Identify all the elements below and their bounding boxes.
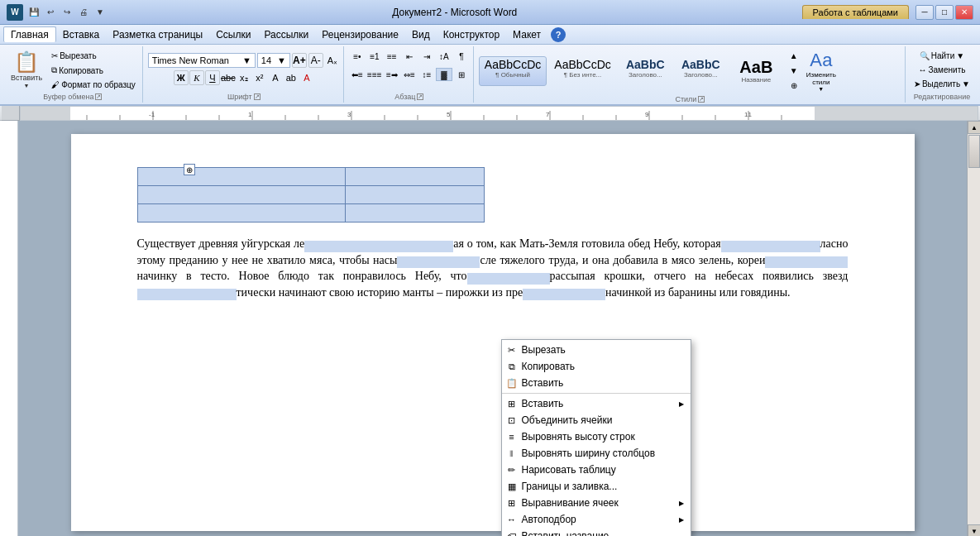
table-cell[interactable] xyxy=(345,186,484,204)
replace-icon: ↔ xyxy=(919,65,927,74)
styles-down-btn[interactable]: ▼ xyxy=(786,65,802,78)
menu-mailings[interactable]: Рассылки xyxy=(257,27,315,42)
italic-btn[interactable]: К xyxy=(189,70,204,85)
clear-format-btn[interactable]: Aₓ xyxy=(325,53,340,68)
ctx-borders[interactable]: ▦ Границы и заливка... xyxy=(502,478,691,495)
style-heading2-btn[interactable]: AaBbC Заголово... xyxy=(674,56,728,86)
change-styles-btn[interactable]: Аа Изменитьстили ▼ xyxy=(805,48,838,93)
multilevel-btn[interactable]: ≡≡ xyxy=(384,50,400,63)
copy-btn[interactable]: ⧉ Копировать xyxy=(48,64,139,77)
help-btn[interactable]: ? xyxy=(551,27,566,42)
close-btn[interactable]: ✕ xyxy=(955,5,973,20)
ctx-autofit[interactable]: ↔ Автоподбор ▶ xyxy=(502,511,691,528)
style-normal-btn[interactable]: AaBbCcDc ¶ Обычный xyxy=(479,56,547,86)
scroll-thumb[interactable] xyxy=(968,135,980,168)
ctx-align-cols[interactable]: ⦀ Выровнять ширину столбцов xyxy=(502,445,691,462)
text-effects-btn[interactable]: A xyxy=(268,70,283,85)
menu-home[interactable]: Главная xyxy=(3,26,56,42)
align-right-btn[interactable]: ≡➡ xyxy=(384,68,400,81)
highlight-btn[interactable]: ab xyxy=(284,70,299,85)
sort-btn[interactable]: ↕A xyxy=(436,50,452,63)
table-cell[interactable] xyxy=(345,168,484,186)
menu-review[interactable]: Рецензирование xyxy=(315,27,405,42)
ctx-copy[interactable]: ⧉ Копировать xyxy=(502,358,691,375)
paste-dropdown[interactable]: ▼ xyxy=(24,83,30,89)
numbering-btn[interactable]: ≡1 xyxy=(366,50,383,63)
table-cell[interactable] xyxy=(137,204,345,223)
ruler-corner xyxy=(2,106,20,121)
menu-constructor[interactable]: Конструктор xyxy=(437,27,506,42)
paste-btn[interactable]: 📋 Вставить ▼ xyxy=(7,48,46,91)
ctx-caption[interactable]: 🏷 Вставить название... xyxy=(502,528,691,536)
change-styles-label: Изменитьстили xyxy=(806,71,836,86)
styles-expand-btn[interactable]: ↗ xyxy=(698,96,705,103)
align-left-btn[interactable]: ⬅≡ xyxy=(349,68,366,81)
menu-page-layout[interactable]: Разметка страницы xyxy=(106,27,209,42)
redo-btn[interactable]: ↪ xyxy=(60,5,74,20)
document-area: ⊕ ✂ Выре xyxy=(0,121,980,536)
document-scroll-area[interactable]: ⊕ ✂ Выре xyxy=(18,121,967,536)
borders-btn[interactable]: ⊞ xyxy=(453,68,470,81)
maximize-btn[interactable]: □ xyxy=(935,5,954,20)
menu-references[interactable]: Ссылки xyxy=(209,27,257,42)
ctx-align-cols-label: Выровнять ширину столбцов xyxy=(522,447,656,459)
find-btn[interactable]: 🔍 Найти ▼ xyxy=(916,50,968,62)
ctx-draw-table[interactable]: ✏ Нарисовать таблицу xyxy=(502,462,691,478)
ctx-insert[interactable]: ⊞ Вставить ▶ xyxy=(502,395,691,412)
style-no-interval-btn[interactable]: AaBbCcDc ¶ Без инте... xyxy=(548,56,616,86)
style-heading1-btn[interactable]: AaBbC Заголово... xyxy=(619,56,672,86)
decrease-indent-btn[interactable]: ⇤ xyxy=(401,50,418,63)
scrollbar-vertical[interactable]: ▲ ▼ xyxy=(967,121,980,536)
styles-up-btn[interactable]: ▲ xyxy=(786,50,802,63)
line-spacing-btn[interactable]: ↕≡ xyxy=(418,68,435,81)
shading-btn[interactable]: ▓ xyxy=(436,68,452,81)
ctx-merge[interactable]: ⊡ Объединить ячейки xyxy=(502,412,691,428)
font-size-decrease-btn[interactable]: A- xyxy=(308,53,323,68)
scroll-up-btn[interactable]: ▲ xyxy=(968,121,980,134)
replace-btn[interactable]: ↔ Заменить xyxy=(915,64,969,76)
font-name-selector[interactable]: Times New Roman ▼ xyxy=(148,53,256,68)
table-cell[interactable] xyxy=(137,168,345,186)
font-expand-btn[interactable]: ↗ xyxy=(254,93,261,100)
undo-btn[interactable]: ↩ xyxy=(43,5,58,20)
font-color-btn[interactable]: A xyxy=(299,70,314,85)
ctx-paste[interactable]: 📋 Вставить xyxy=(502,375,691,391)
menu-layout[interactable]: Макет xyxy=(506,27,547,42)
increase-indent-btn[interactable]: ⇥ xyxy=(418,50,435,63)
ctx-align-cell[interactable]: ⊞ Выравнивание ячеек ▶ xyxy=(502,495,691,511)
align-center-btn[interactable]: ≡≡≡ xyxy=(366,68,383,81)
format-painter-btn[interactable]: 🖌 Формат по образцу xyxy=(48,79,139,91)
para-expand-btn[interactable]: ↗ xyxy=(417,93,423,100)
strikethrough-btn[interactable]: abc xyxy=(221,70,236,85)
ctx-cut[interactable]: ✂ Вырезать xyxy=(502,342,691,358)
clipboard-expand-btn[interactable]: ↗ xyxy=(95,93,102,100)
bold-btn[interactable]: Ж xyxy=(174,70,189,85)
print-btn[interactable]: 🖨 xyxy=(76,5,91,20)
menu-view[interactable]: Вид xyxy=(405,27,437,42)
minimize-btn[interactable]: ─ xyxy=(915,5,934,20)
table-row xyxy=(137,186,484,204)
select-btn[interactable]: ➤ Выделить ▼ xyxy=(911,78,973,90)
justify-btn[interactable]: ⇔≡ xyxy=(401,68,418,81)
cut-btn[interactable]: ✂ Вырезать xyxy=(48,50,139,62)
table-cell[interactable] xyxy=(345,204,484,223)
bullets-btn[interactable]: ≡• xyxy=(349,50,366,63)
superscript-btn[interactable]: x² xyxy=(252,70,267,85)
subscript-btn[interactable]: x₂ xyxy=(237,70,251,85)
scroll-down-btn[interactable]: ▼ xyxy=(968,524,980,536)
style-title-btn[interactable]: АаВ Название xyxy=(729,56,783,86)
dropdown-btn[interactable]: ▼ xyxy=(93,5,108,20)
scroll-track[interactable] xyxy=(968,134,980,524)
ctx-align-rows[interactable]: ≡ Выровнять высоту строк xyxy=(502,428,691,445)
save-quick-btn[interactable]: 💾 xyxy=(26,5,41,20)
show-marks-btn[interactable]: ¶ xyxy=(453,50,470,63)
styles-more-btn[interactable]: ⊕ xyxy=(786,79,802,93)
font-size-increase-btn[interactable]: A+ xyxy=(292,53,307,68)
font-size-selector[interactable]: 14 ▼ xyxy=(257,53,290,68)
word-icon: W xyxy=(7,4,23,21)
table-move-handle[interactable]: ⊕ xyxy=(184,164,195,175)
menu-insert[interactable]: Вставка xyxy=(56,27,107,42)
table-cell[interactable] xyxy=(137,186,345,204)
font-label: Шрифт ↗ xyxy=(148,93,340,101)
underline-btn[interactable]: Ч xyxy=(205,70,220,85)
